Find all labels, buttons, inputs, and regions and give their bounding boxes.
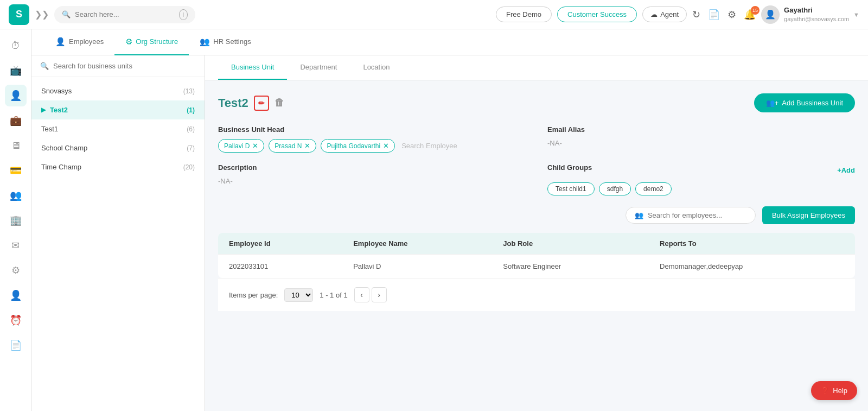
detail-title: Test2 ✏ 🗑 bbox=[218, 96, 284, 111]
cell-employee-name: Pallavi D bbox=[342, 255, 492, 279]
child-tag-2: sdfgh bbox=[599, 182, 631, 195]
sidebar-item-doc[interactable]: 📄 bbox=[5, 334, 27, 356]
cell-reports-to: Demomanager,dedeepyap bbox=[649, 255, 855, 279]
employees-tab-icon: 👤 bbox=[55, 37, 66, 47]
employee-search-row: 👥 Bulk Assign Employees bbox=[218, 206, 855, 224]
head-tag-3: Pujitha Godavarthi ✕ bbox=[321, 139, 395, 153]
table-row: 2022033101 Pallavi D Software Engineer D… bbox=[218, 255, 855, 279]
col-job-role: Job Role bbox=[492, 233, 649, 255]
head-tag-2-remove[interactable]: ✕ bbox=[304, 142, 310, 150]
help-button[interactable]: ❓ Help bbox=[811, 381, 857, 400]
child-tag-3: demo2 bbox=[635, 182, 672, 195]
help-icon: ❓ bbox=[821, 387, 829, 395]
bu-head-label: Business Unit Head bbox=[218, 125, 526, 134]
head-tag-1-remove[interactable]: ✕ bbox=[252, 142, 258, 150]
employee-search-input[interactable] bbox=[648, 211, 746, 219]
topnav: S ❯❯ 🔍 i Free Demo Customer Success ☁ Ag… bbox=[0, 0, 868, 29]
sidebar-item-person[interactable]: 👤 bbox=[5, 85, 27, 106]
bu-head-tags: Pallavi D ✕ Prasad N ✕ Pujitha Godavarth… bbox=[218, 139, 526, 153]
user-email-label: gayathri@snovasys.com bbox=[784, 15, 849, 23]
left-panel: 🔍 Snovasys (13) ▶ Test2 (1) Test1 bbox=[31, 55, 205, 411]
next-page-button[interactable]: › bbox=[372, 287, 387, 302]
detail-title-row: Test2 ✏ 🗑 👥+ Add Bussiness Unit bbox=[218, 93, 855, 112]
user-menu[interactable]: 👤 Gayathri gayathri@snovasys.com ▼ bbox=[761, 5, 859, 24]
email-alias-section: Email Alias -NA- bbox=[547, 125, 855, 153]
document-icon[interactable]: 📄 bbox=[708, 9, 720, 21]
sidebar-item-card[interactable]: 💳 bbox=[5, 160, 27, 181]
search-employee-input[interactable]: Search Employee bbox=[399, 141, 459, 151]
user-info: Gayathri gayathri@snovasys.com bbox=[784, 6, 849, 23]
employee-search-box[interactable]: 👥 bbox=[626, 207, 756, 224]
bu-item-test2[interactable]: ▶ Test2 (1) bbox=[31, 100, 205, 119]
items-per-page-label: Items per page: bbox=[229, 291, 278, 299]
col-employee-id: Employee Id bbox=[218, 233, 342, 255]
bulk-assign-button[interactable]: Bulk Assign Employees bbox=[762, 206, 855, 224]
sidebar-item-user2[interactable]: 👤 bbox=[5, 284, 27, 306]
tab-org-structure[interactable]: ⚙ Org Structure bbox=[114, 29, 189, 55]
detail-tab-location[interactable]: Location bbox=[350, 55, 403, 80]
agent-button[interactable]: ☁ Agent bbox=[642, 7, 687, 22]
notification-icon[interactable]: 🔔 15 bbox=[744, 9, 756, 21]
description-value: -NA- bbox=[218, 177, 526, 185]
pagination-nav: ‹ › bbox=[354, 287, 387, 302]
sidebar-item-tv[interactable]: 📺 bbox=[5, 60, 27, 81]
main-area: 👤 Employees ⚙ Org Structure 👥 HR Setting… bbox=[31, 29, 868, 411]
global-search[interactable]: 🔍 i bbox=[54, 6, 195, 23]
col-reports-to: Reports To bbox=[649, 233, 855, 255]
business-unit-head-section: Business Unit Head Pallavi D ✕ Prasad N … bbox=[218, 125, 526, 153]
sidebar-item-group[interactable]: 👥 bbox=[5, 185, 27, 206]
expand-icon[interactable]: ❯❯ bbox=[35, 9, 49, 20]
business-unit-search[interactable]: 🔍 bbox=[31, 55, 205, 77]
search-icon-left: 🔍 bbox=[40, 62, 49, 70]
active-arrow-icon: ▶ bbox=[41, 106, 46, 113]
child-group-tags: Test child1 sdfgh demo2 bbox=[547, 182, 855, 195]
topnav-icons: ↻ 📄 ⚙ 🔔 15 bbox=[692, 9, 756, 21]
bu-item-snovasys[interactable]: Snovasys (13) bbox=[31, 81, 205, 100]
sidebar-item-mail[interactable]: ✉ bbox=[5, 235, 27, 256]
bu-search-input[interactable] bbox=[53, 62, 196, 70]
username-label: Gayathri bbox=[784, 6, 849, 15]
tab-employees[interactable]: 👤 Employees bbox=[44, 29, 114, 55]
bu-item-school-champ[interactable]: School Champ (7) bbox=[31, 138, 205, 157]
prev-page-button[interactable]: ‹ bbox=[354, 287, 369, 302]
settings-icon[interactable]: ⚙ bbox=[727, 9, 736, 21]
head-tag-3-remove[interactable]: ✕ bbox=[383, 142, 389, 150]
description-section: Description -NA- bbox=[218, 163, 526, 195]
employee-table: Employee Id Employee Name Job Role Repor… bbox=[218, 233, 855, 278]
email-alias-value: -NA- bbox=[547, 139, 855, 147]
sidebar-item-clock[interactable]: ⏱ bbox=[5, 35, 27, 56]
cell-job-role: Software Engineer bbox=[492, 255, 649, 279]
avatar: 👤 bbox=[761, 5, 780, 24]
search-input[interactable] bbox=[75, 10, 175, 18]
child-groups-header: Child Groups +Add bbox=[547, 163, 855, 177]
refresh-icon[interactable]: ↻ bbox=[692, 9, 700, 21]
cell-employee-id: 2022033101 bbox=[218, 255, 342, 279]
bu-item-time-champ[interactable]: Time Champ (20) bbox=[31, 157, 205, 176]
child-tag-1: Test child1 bbox=[547, 182, 595, 195]
edit-icon-box[interactable]: ✏ bbox=[254, 96, 269, 111]
add-btn-icon: 👥+ bbox=[766, 99, 779, 107]
sidebar-item-briefcase[interactable]: 💼 bbox=[5, 110, 27, 131]
bu-item-test1[interactable]: Test1 (6) bbox=[31, 119, 205, 138]
pagination-row: Items per page: 10 25 50 1 - 1 of 1 ‹ › bbox=[218, 278, 855, 311]
chevron-down-icon: ▼ bbox=[853, 11, 859, 18]
sidebar-item-gear[interactable]: ⚙ bbox=[5, 260, 27, 281]
customer-success-button[interactable]: Customer Success bbox=[557, 7, 637, 22]
tab-hr-settings[interactable]: 👥 HR Settings bbox=[189, 29, 261, 55]
add-child-group-link[interactable]: +Add bbox=[837, 166, 855, 174]
table-header-row: Employee Id Employee Name Job Role Repor… bbox=[218, 233, 855, 255]
sidebar-item-timer[interactable]: ⏰ bbox=[5, 309, 27, 331]
app-logo: S bbox=[9, 4, 29, 25]
per-page-select[interactable]: 10 25 50 bbox=[284, 288, 313, 302]
info-icon: i bbox=[179, 9, 188, 20]
detail-tab-department[interactable]: Department bbox=[287, 55, 350, 80]
sidebar-item-monitor[interactable]: 🖥 bbox=[5, 135, 27, 156]
detail-tab-row: Business Unit Department Location bbox=[205, 55, 868, 80]
add-business-unit-button[interactable]: 👥+ Add Bussiness Unit bbox=[754, 93, 855, 112]
child-groups-section: Child Groups +Add Test child1 sdfgh demo… bbox=[547, 163, 855, 195]
free-demo-button[interactable]: Free Demo bbox=[496, 7, 552, 22]
detail-tab-business-unit[interactable]: Business Unit bbox=[218, 55, 287, 80]
cloud-icon: ☁ bbox=[650, 10, 658, 18]
delete-icon[interactable]: 🗑 bbox=[275, 97, 284, 109]
sidebar-item-org[interactable]: 🏢 bbox=[5, 210, 27, 231]
